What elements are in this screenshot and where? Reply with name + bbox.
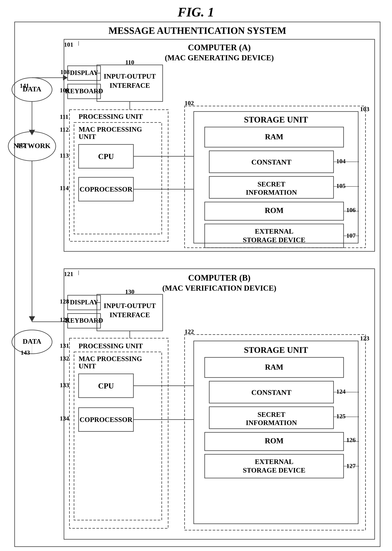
cpu-a-label: CPU	[98, 152, 114, 161]
ref-104: 104	[336, 158, 346, 164]
ref-125: 125	[336, 413, 346, 420]
ref-102: 102	[185, 100, 194, 106]
ram-b-label: RAM	[265, 363, 283, 371]
computer-a-border	[64, 39, 375, 251]
ref-132: 132	[60, 355, 69, 362]
ref-141: 141	[20, 82, 29, 89]
constant-a-label: CONSTANT	[251, 158, 292, 166]
arrow-data-to-network	[29, 130, 35, 135]
computer-a-title: COMPUTER (A)	[188, 43, 251, 52]
keyboard-a-label: KEYBOARD	[65, 87, 103, 95]
secret-info-b-label2: INFORMATION	[246, 419, 297, 426]
ref-112: 112	[60, 126, 69, 133]
io-interface-b-label1: INPUT-OUTPUT	[104, 302, 156, 310]
ref-123: 123	[360, 335, 369, 342]
arrow-network-to-b	[29, 316, 35, 322]
storage-unit-a-label: STORAGE UNIT	[244, 115, 308, 124]
computer-b-subtitle: (MAC VERIFICATION DEVICE)	[162, 284, 276, 292]
computer-a-subtitle: (MAC GENERATING DEVICE)	[165, 54, 274, 62]
arrow-data-to-io-a	[63, 75, 68, 80]
ref-103: 103	[360, 106, 369, 113]
secret-info-a-label2: INFORMATION	[246, 189, 297, 196]
ref-134: 134	[60, 415, 69, 422]
display-a-label: DISPLAY	[70, 69, 98, 76]
computer-b-title: COMPUTER (B)	[188, 273, 250, 283]
ref-114: 114	[60, 185, 69, 191]
ram-a-label: RAM	[265, 133, 283, 141]
keyboard-b-label: KEYBOARD	[65, 317, 103, 324]
mac-unit-b-label2: UNIT	[79, 362, 96, 370]
rom-a-label: ROM	[265, 206, 284, 215]
ref-124: 124	[336, 388, 346, 395]
ref-121: 121	[64, 271, 73, 277]
ref-142: 142	[16, 142, 26, 148]
io-interface-a-label1: INPUT-OUTPUT	[104, 72, 156, 80]
ref-110: 110	[125, 59, 134, 66]
storage-unit-b-label: STORAGE UNIT	[244, 345, 308, 355]
ext-storage-a-label1: EXTERNAL	[255, 227, 293, 235]
ref-122: 122	[185, 328, 194, 335]
mac-unit-b-box	[74, 352, 162, 520]
mac-unit-a-label1: MAC PROCESSING	[79, 125, 142, 133]
ext-storage-b-label2: STORAGE DEVICE	[243, 466, 305, 474]
coprocessor-b-label: COPROCESSOR	[79, 416, 133, 424]
ref-107: 107	[346, 232, 356, 239]
ref-105: 105	[336, 183, 346, 189]
ref-127: 127	[346, 463, 356, 469]
io-interface-a-label2: INTERFACE	[110, 82, 150, 89]
cpu-b-label: CPU	[98, 382, 114, 390]
ref-128: 128	[60, 298, 69, 305]
ref-106: 106	[346, 207, 356, 213]
mac-unit-b-label1: MAC PROCESSING	[79, 355, 142, 362]
system-title: MESSAGE AUTHENTICATION SYSTEM	[109, 25, 286, 36]
processing-unit-b-label: PROCESSING UNIT	[79, 342, 143, 350]
processing-unit-a-label: PROCESSING UNIT	[79, 113, 143, 120]
rom-b-label: ROM	[265, 437, 284, 445]
ref-143: 143	[21, 349, 30, 356]
ref-109: 109	[60, 87, 69, 94]
io-interface-b-label2: INTERFACE	[110, 311, 150, 319]
constant-b-label: CONSTANT	[251, 388, 292, 396]
secret-info-a-label1: SECRET	[258, 180, 285, 188]
ref-113: 113	[60, 152, 69, 159]
mac-unit-a-label2: UNIT	[79, 133, 96, 140]
data-b-label: DATA	[23, 338, 42, 345]
ref-108: 108	[60, 69, 70, 75]
page-title: FIG. 1	[177, 5, 214, 19]
ref-126: 126	[346, 437, 356, 443]
ref-133: 133	[60, 382, 69, 389]
ref-131: 131	[60, 342, 69, 349]
ext-storage-a-label2: STORAGE DEVICE	[243, 236, 305, 244]
display-b-label: DISPLAY	[70, 298, 98, 306]
ext-storage-b-label1: EXTERNAL	[255, 458, 293, 466]
ref-111: 111	[60, 113, 68, 120]
coprocessor-a-label: COPROCESSOR	[79, 185, 133, 193]
ref-101: 101	[64, 41, 73, 48]
secret-info-b-label1: SECRET	[258, 411, 285, 418]
ref-130: 130	[125, 288, 134, 295]
